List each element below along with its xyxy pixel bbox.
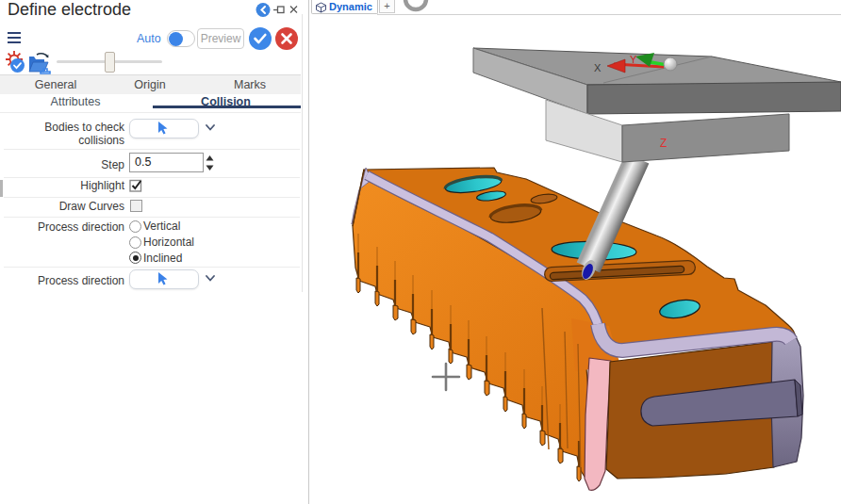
svg-text:Z: Z: [660, 137, 667, 150]
svg-text:Y: Y: [630, 54, 637, 65]
svg-text:X: X: [594, 62, 602, 73]
